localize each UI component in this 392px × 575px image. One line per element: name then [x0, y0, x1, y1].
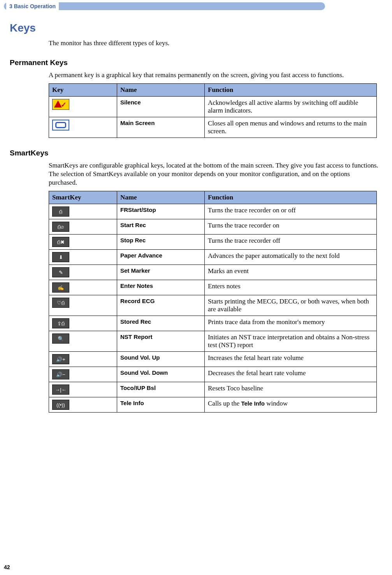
table-row: Silence Acknowledges all active alarms b… [49, 97, 377, 117]
th-name: Name [117, 191, 205, 204]
key-name: Tele Info [117, 397, 205, 413]
table-row: ⬇︎ Paper Advance Advances the paper auto… [49, 250, 377, 265]
key-name: Sound Vol. Down [117, 367, 205, 382]
key-name: Stop Rec [117, 235, 205, 250]
key-function: Marks an event [205, 265, 377, 280]
toco-iup-bsl-icon: →|← [52, 385, 69, 395]
key-function: Enters notes [205, 280, 377, 295]
table-row: 🔊+ Sound Vol. Up Increases the fetal hea… [49, 352, 377, 367]
sound-vol-down-icon: 🔊− [52, 369, 69, 379]
key-function: Closes all open menus and windows and re… [205, 117, 377, 138]
table-row: ✎ Set Marker Marks an event [49, 265, 377, 280]
set-marker-icon: ✎ [52, 267, 69, 277]
th-function: Function [205, 84, 377, 97]
key-name: Silence [117, 97, 205, 117]
silence-icon [52, 99, 69, 110]
permanent-keys-heading: Permanent Keys [10, 58, 382, 67]
smartkeys-intro: SmartKeys are configurable graphical key… [49, 161, 378, 187]
header-caption: 3 Basic Operation [6, 2, 59, 10]
key-name: Record ECG [117, 295, 205, 316]
nst-report-icon: 🔍 [52, 333, 69, 344]
key-name: Stored Rec [117, 316, 205, 331]
stored-rec-icon: ⇪⎙ [52, 318, 69, 328]
smartkeys-heading: SmartKeys [10, 149, 382, 157]
th-key: Key [49, 84, 117, 97]
permanent-keys-intro: A permanent key is a graphical key that … [49, 71, 378, 79]
section-title: Keys [10, 22, 382, 34]
key-name: Paper Advance [117, 250, 205, 265]
table-row: ((•)) Tele Info Calls up the Tele Info w… [49, 397, 377, 413]
key-name: Enter Notes [117, 280, 205, 295]
key-function: Decreases the fetal heart rate volume [205, 367, 377, 382]
table-row: ⎙✖ Stop Rec Turns the trace recorder off [49, 235, 377, 250]
frstart-stop-icon: ⎙ [52, 206, 69, 217]
table-row: ⎙⊘ Start Rec Turns the trace recorder on [49, 219, 377, 235]
key-name: Set Marker [117, 265, 205, 280]
key-function: Prints trace data from the monitor's mem… [205, 316, 377, 331]
key-name: Main Screen [117, 117, 205, 138]
key-name: Toco/IUP Bsl [117, 382, 205, 397]
tele-info-icon: ((•)) [52, 400, 69, 410]
key-function: Turns the trace recorder off [205, 235, 377, 250]
key-function: Acknowledges all active alarms by switch… [205, 97, 377, 117]
key-function: Turns the trace recorder on [205, 219, 377, 235]
table-row: ✍ Enter Notes Enters notes [49, 280, 377, 295]
table-row: 🔍 NST Report Initiates an NST trace inte… [49, 331, 377, 352]
table-row: 🔊− Sound Vol. Down Decreases the fetal h… [49, 367, 377, 382]
start-rec-icon: ⎙⊘ [52, 222, 69, 232]
page-number: 42 [4, 564, 10, 570]
record-ecg-icon: ♡⎙ [52, 298, 69, 308]
table-row: ⇪⎙ Stored Rec Prints trace data from the… [49, 316, 377, 331]
key-function: Advances the paper automatically to the … [205, 250, 377, 265]
key-function: Turns the trace recorder on or off [205, 204, 377, 219]
key-name: NST Report [117, 331, 205, 352]
table-row: ⎙ FRStart/Stop Turns the trace recorder … [49, 204, 377, 219]
key-function: Initiates an NST trace interpretation an… [205, 331, 377, 352]
key-name: FRStart/Stop [117, 204, 205, 219]
th-function: Function [205, 191, 377, 204]
intro-text: The monitor has three different types of… [49, 39, 378, 48]
key-function: Starts printing the MECG, DECG, or both … [205, 295, 377, 316]
key-function: Calls up the Tele Info window [205, 397, 377, 413]
key-function: Resets Toco baseline [205, 382, 377, 397]
paper-advance-icon: ⬇︎ [52, 252, 69, 262]
smartkeys-table: SmartKey Name Function ⎙ FRStart/Stop Tu… [49, 191, 377, 413]
th-name: Name [117, 84, 205, 97]
enter-notes-icon: ✍ [52, 282, 69, 293]
key-name: Sound Vol. Up [117, 352, 205, 367]
page-header: 3 Basic Operation [4, 2, 325, 10]
th-smartkey: SmartKey [49, 191, 117, 204]
main-screen-icon [52, 120, 69, 131]
table-row: →|← Toco/IUP Bsl Resets Toco baseline [49, 382, 377, 397]
sound-vol-up-icon: 🔊+ [52, 354, 69, 364]
key-function: Increases the fetal heart rate volume [205, 352, 377, 367]
table-row: Main Screen Closes all open menus and wi… [49, 117, 377, 138]
permanent-keys-table: Key Name Function Silence Acknowledges a… [49, 83, 377, 138]
table-row: ♡⎙ Record ECG Starts printing the MECG, … [49, 295, 377, 316]
stop-rec-icon: ⎙✖ [52, 237, 69, 247]
key-name: Start Rec [117, 219, 205, 235]
